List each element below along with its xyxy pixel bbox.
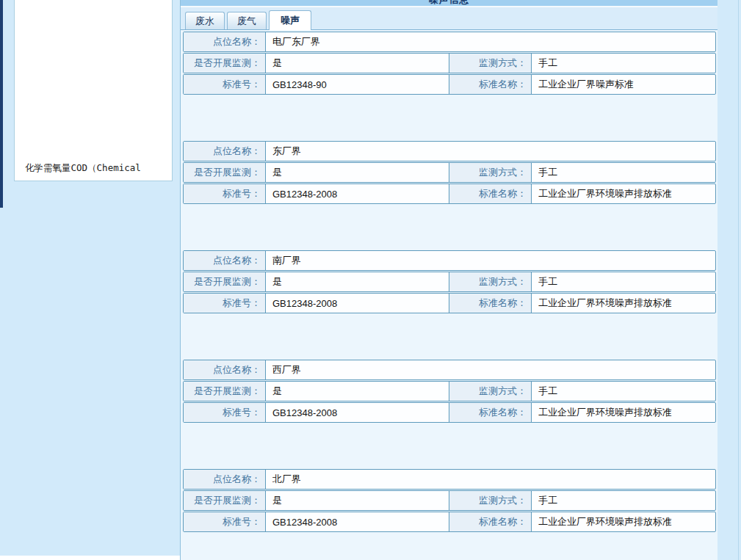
monitoring-method-label: 监测方式： — [449, 54, 532, 73]
standard-row: 标准号： GB12348-2008 标准名称： 工业企业厂界环境噪声排放标准 — [183, 512, 716, 532]
standard-name-value: 工业企业厂界环境噪声排放标准 — [532, 512, 715, 531]
standard-name-label: 标准名称： — [449, 403, 532, 422]
monitoring-row: 是否开展监测： 是 监测方式： 手工 — [183, 53, 716, 73]
standard-row: 标准号： GB12348-2008 标准名称： 工业企业厂界环境噪声排放标准 — [183, 183, 716, 204]
standard-no-label: 标准号： — [184, 403, 266, 422]
panel-title: 噪声信息 — [181, 0, 717, 5]
monitoring-method-label: 监测方式： — [449, 163, 532, 182]
standard-no-label: 标准号： — [184, 512, 266, 531]
point-name-row: 点位名称： 西厂界 — [183, 360, 716, 380]
standard-no-value: GB12348-90 — [266, 75, 449, 94]
standard-no-label: 标准号： — [184, 75, 266, 94]
point-name-value: 北厂界 — [266, 470, 715, 489]
standard-name-label: 标准名称： — [449, 294, 532, 313]
point-name-label: 点位名称： — [184, 360, 266, 379]
main-panel: 噪声信息 废水 废气 噪声 点位名称： 电厂东厂界 是否开展监测： 是 监测方式… — [180, 0, 717, 560]
point-name-row: 点位名称： 电厂东厂界 — [183, 32, 716, 52]
monitoring-conducted-value: 是 — [266, 54, 449, 73]
point-name-row: 点位名称： 南厂界 — [183, 250, 716, 271]
monitoring-point-block: 点位名称： 南厂界 是否开展监测： 是 监测方式： 手工 标准号： GB1234… — [183, 250, 716, 313]
standard-no-label: 标准号： — [184, 184, 266, 203]
noise-tab-content: 点位名称： 电厂东厂界 是否开展监测： 是 监测方式： 手工 标准号： GB12… — [181, 30, 717, 532]
parameter-label: 化学需氧量COD（Chemical — [25, 162, 141, 175]
monitoring-row: 是否开展监测： 是 监测方式： 手工 — [183, 272, 716, 292]
monitoring-conducted-value: 是 — [266, 382, 449, 401]
standard-no-value: GB12348-2008 — [266, 403, 449, 422]
point-name-label: 点位名称： — [184, 142, 266, 161]
tab-waste-gas[interactable]: 废气 — [227, 12, 267, 29]
monitoring-method-value: 手工 — [532, 491, 715, 510]
monitoring-point-block: 点位名称： 西厂界 是否开展监测： 是 监测方式： 手工 标准号： GB1234… — [183, 360, 716, 423]
point-name-value: 南厂界 — [266, 251, 715, 270]
monitoring-conducted-label: 是否开展监测： — [184, 163, 266, 182]
left-sidebar-region: 化学需氧量COD（Chemical — [0, 0, 180, 556]
monitoring-row: 是否开展监测： 是 监测方式： 手工 — [183, 162, 716, 183]
monitoring-method-value: 手工 — [532, 163, 715, 182]
standard-row: 标准号： GB12348-2008 标准名称： 工业企业厂界环境噪声排放标准 — [183, 402, 716, 423]
point-name-label: 点位名称： — [184, 251, 266, 270]
monitoring-method-label: 监测方式： — [449, 491, 532, 510]
standard-no-value: GB12348-2008 — [266, 512, 449, 531]
parameter-panel: 化学需氧量COD（Chemical — [14, 0, 173, 181]
monitoring-conducted-label: 是否开展监测： — [184, 491, 266, 510]
point-name-value: 东厂界 — [266, 142, 715, 161]
standard-name-label: 标准名称： — [449, 512, 532, 531]
standard-no-label: 标准号： — [184, 294, 266, 313]
monitoring-conducted-label: 是否开展监测： — [184, 272, 266, 291]
monitoring-method-label: 监测方式： — [449, 272, 532, 291]
monitoring-conducted-value: 是 — [266, 491, 449, 510]
point-name-label: 点位名称： — [184, 470, 266, 489]
point-name-value: 电厂东厂界 — [266, 32, 715, 51]
monitoring-row: 是否开展监测： 是 监测方式： 手工 — [183, 490, 716, 511]
monitoring-point-block: 点位名称： 北厂界 是否开展监测： 是 监测方式： 手工 标准号： GB1234… — [183, 469, 716, 532]
point-name-value: 西厂界 — [266, 360, 715, 379]
monitoring-conducted-value: 是 — [266, 272, 449, 291]
standard-row: 标准号： GB12348-2008 标准名称： 工业企业厂界环境噪声排放标准 — [183, 293, 716, 313]
standard-name-label: 标准名称： — [449, 75, 532, 94]
left-edge-strip — [0, 0, 3, 208]
monitoring-method-label: 监测方式： — [449, 382, 532, 401]
standard-name-label: 标准名称： — [449, 184, 532, 203]
standard-name-value: 工业企业厂界环境噪声排放标准 — [532, 403, 715, 422]
monitoring-row: 是否开展监测： 是 监测方式： 手工 — [183, 381, 716, 401]
standard-row: 标准号： GB12348-90 标准名称： 工业企业厂界噪声标准 — [183, 74, 716, 95]
standard-name-value: 工业企业厂界环境噪声排放标准 — [532, 294, 715, 313]
monitoring-point-block: 点位名称： 电厂东厂界 是否开展监测： 是 监测方式： 手工 标准号： GB12… — [183, 32, 716, 95]
panel-title-bar: 噪声信息 — [181, 0, 717, 6]
point-name-label: 点位名称： — [184, 32, 266, 51]
monitoring-conducted-label: 是否开展监测： — [184, 54, 266, 73]
standard-no-value: GB12348-2008 — [266, 294, 449, 313]
monitoring-method-value: 手工 — [532, 382, 715, 401]
point-name-row: 点位名称： 东厂界 — [183, 141, 716, 161]
monitoring-conducted-value: 是 — [266, 163, 449, 182]
monitoring-method-value: 手工 — [532, 54, 715, 73]
right-page-margin — [717, 0, 741, 560]
standard-name-value: 工业企业厂界噪声标准 — [532, 75, 715, 94]
point-name-row: 点位名称： 北厂界 — [183, 469, 716, 490]
monitoring-conducted-label: 是否开展监测： — [184, 382, 266, 401]
tab-wastewater[interactable]: 废水 — [185, 12, 225, 29]
tab-strip: 废水 废气 噪声 — [181, 7, 717, 30]
monitoring-point-block: 点位名称： 东厂界 是否开展监测： 是 监测方式： 手工 标准号： GB1234… — [183, 141, 716, 204]
monitoring-method-value: 手工 — [532, 272, 715, 291]
right-edge-line — [738, 0, 739, 560]
tab-noise[interactable]: 噪声 — [269, 10, 311, 30]
standard-name-value: 工业企业厂界环境噪声排放标准 — [532, 184, 715, 203]
standard-no-value: GB12348-2008 — [266, 184, 449, 203]
